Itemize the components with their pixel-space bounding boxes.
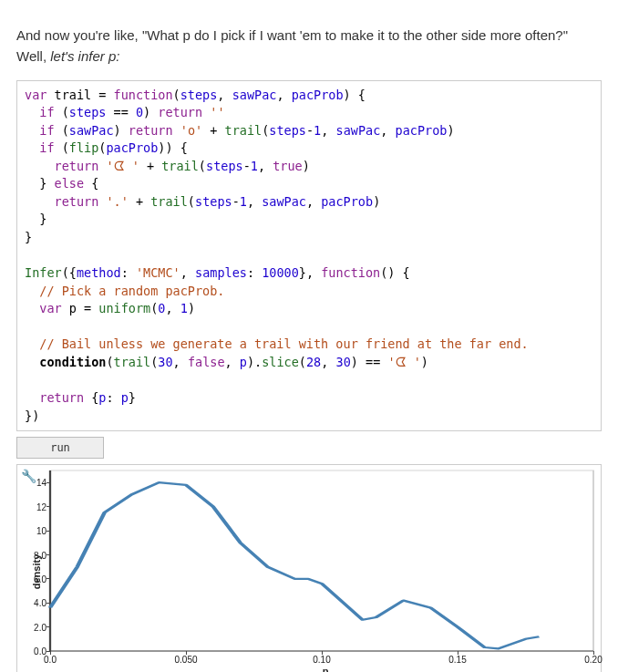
- wrench-icon[interactable]: 🔧: [21, 469, 36, 483]
- chart-plot-area: 0.02.04.06.08.01012140.00.0500.100.150.2…: [50, 470, 593, 651]
- intro-text: And now you're like, "What p do I pick i…: [16, 25, 602, 67]
- chart-container: 🔧 density 0.02.04.06.08.01012140.00.0500…: [16, 464, 602, 672]
- svg-rect-0: [50, 470, 593, 651]
- chart-xlabel: p: [50, 666, 601, 672]
- run-button[interactable]: run: [16, 437, 104, 459]
- intro-emph: let's infer p:: [50, 48, 119, 64]
- code-block: var trail = function(steps, sawPac, pacP…: [16, 80, 602, 432]
